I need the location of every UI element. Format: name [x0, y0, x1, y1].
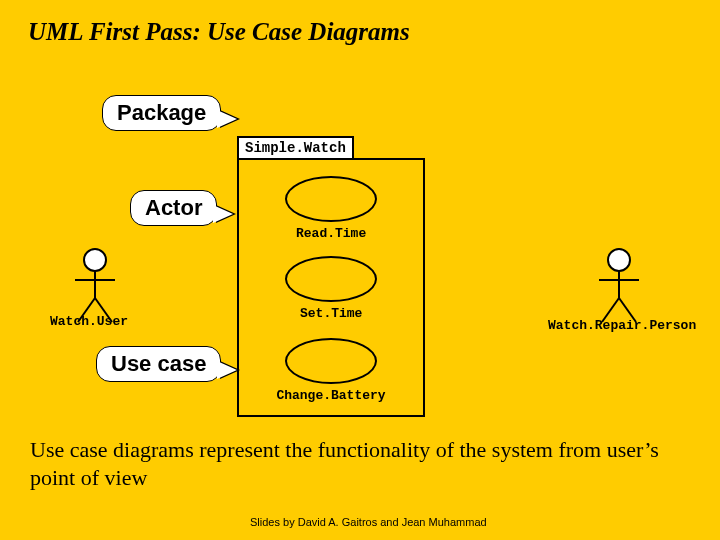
slide-title: UML First Pass: Use Case Diagrams [28, 18, 410, 46]
svg-point-5 [608, 249, 630, 271]
actor-right-label: Watch.Repair.Person [548, 318, 696, 333]
callout-package: Package [102, 95, 221, 131]
footer-credits: Slides by David A. Gaitros and Jean Muha… [250, 516, 487, 528]
callout-usecase: Use case [96, 346, 221, 382]
actor-right-icon [594, 248, 644, 326]
usecase-changebattery-label: Change.Battery [276, 388, 386, 403]
actor-left-label: Watch.User [50, 314, 128, 329]
usecase-readtime-label: Read.Time [296, 226, 366, 241]
package-tab: Simple.Watch [237, 136, 354, 160]
usecase-settime-label: Set.Time [300, 306, 362, 321]
usecase-changebattery-ellipse [285, 338, 377, 384]
usecase-readtime-ellipse [285, 176, 377, 222]
usecase-settime-ellipse [285, 256, 377, 302]
body-text: Use case diagrams represent the function… [30, 436, 690, 491]
callout-actor: Actor [130, 190, 217, 226]
svg-point-0 [84, 249, 106, 271]
